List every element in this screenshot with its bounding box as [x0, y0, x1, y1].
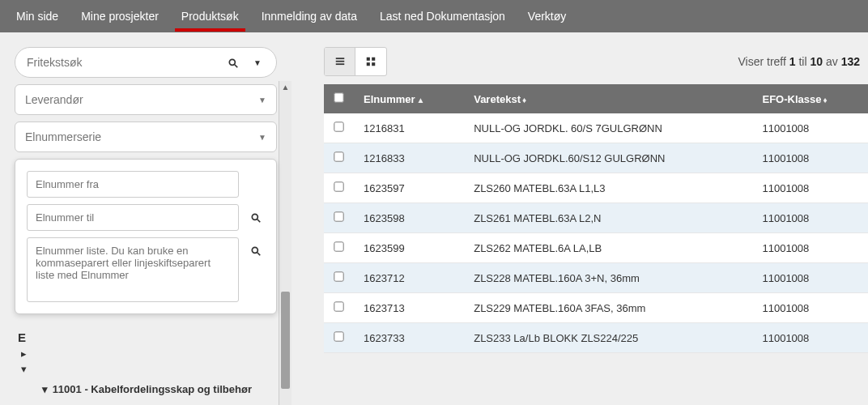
cell-elnummer: 1623598: [354, 203, 464, 233]
col-efo-klasse[interactable]: EFO-Klasse♦: [752, 84, 868, 113]
row-checkbox[interactable]: [334, 181, 343, 191]
elnumber-to-input[interactable]: [27, 204, 239, 231]
grid-view-button[interactable]: [355, 48, 386, 75]
svg-line-1: [235, 65, 238, 68]
cell-efo: 11001008: [752, 263, 868, 293]
table-row[interactable]: 1216833NULL-OG JORDKL.60/S12 GULGRØNN110…: [324, 143, 868, 173]
cell-elnummer: 1216833: [354, 143, 464, 173]
svg-rect-8: [335, 63, 344, 65]
nav-item-innmelding-av-data[interactable]: Innmelding av data: [262, 2, 357, 31]
row-checkbox[interactable]: [334, 122, 343, 131]
row-checkbox[interactable]: [334, 151, 343, 161]
svg-rect-10: [372, 58, 375, 61]
cell-elnummer: 1623712: [354, 263, 464, 293]
cell-efo: 11001008: [752, 203, 868, 233]
table-row[interactable]: 1623712ZLS228 MATEBL.160A 3+N, 36mm11001…: [324, 263, 868, 293]
search-icon[interactable]: [221, 56, 245, 69]
chevron-down-icon[interactable]: ▾: [21, 363, 31, 375]
cell-efo: 11001008: [752, 113, 868, 143]
cell-varetekst: NULL-OG JORDKL.60/S12 GULGRØNN: [464, 143, 752, 173]
cell-efo: 11001008: [752, 293, 868, 323]
nav-item-mine-prosjekter[interactable]: Mine prosjekter: [81, 2, 159, 31]
table-row[interactable]: 1623733ZLS233 La/Lb BLOKK ZLS224/2251100…: [324, 323, 868, 353]
caret-down-icon: ▼: [258, 96, 266, 104]
row-checkbox[interactable]: [334, 241, 343, 251]
row-checkbox[interactable]: [334, 331, 343, 341]
view-toggle: [324, 47, 387, 76]
svg-rect-11: [367, 62, 370, 66]
nav-item-last-ned-dokumentasjon[interactable]: Last ned Dokumentasjon: [380, 2, 505, 31]
cell-efo: 11001008: [752, 323, 868, 353]
results-table: Elnummer▲ Varetekst♦ EFO-Klasse♦ 1216831…: [324, 84, 868, 353]
table-row[interactable]: 1623713ZLS229 MATEBL.160A 3FAS, 36mm1100…: [324, 293, 868, 323]
cell-varetekst: ZLS229 MATEBL.160A 3FAS, 36mm: [464, 293, 752, 323]
elnumber-series-select[interactable]: Elnummerserie ▼: [15, 122, 277, 152]
nav-item-produktsøk[interactable]: Produktsøk: [181, 2, 239, 31]
table-row[interactable]: 1216831NULL-OG JORDKL. 60/S 7GULGRØNN110…: [324, 113, 868, 143]
cell-efo: 11001008: [752, 233, 868, 263]
chevron-down-icon: ▾: [40, 383, 49, 395]
cell-varetekst: ZLS261 MATEBL.63A L2,N: [464, 203, 752, 233]
cell-varetekst: ZLS260 MATEBL.63A L1,L3: [464, 173, 752, 203]
svg-point-2: [252, 215, 257, 220]
svg-point-0: [229, 59, 235, 65]
elnumber-from-input[interactable]: [27, 171, 239, 198]
cell-varetekst: ZLS228 MATEBL.160A 3+N, 36mm: [464, 263, 752, 293]
freetext-search-wrap: ▼: [15, 47, 277, 78]
search-icon[interactable]: [247, 237, 265, 257]
elnumber-series-placeholder: Elnummerserie: [25, 130, 101, 143]
scroll-up-icon[interactable]: ▲: [279, 83, 291, 92]
cell-elnummer: 1623733: [354, 323, 464, 353]
caret-down-icon: ▼: [258, 133, 266, 142]
filter-panel: ▼ Leverandør ▼ Elnummerserie ▼: [0, 32, 291, 405]
tree-parent-node[interactable]: ▾ 11001 - Kabelfordelingsskap og tilbehø…: [15, 378, 277, 400]
nav-item-min-side[interactable]: Min side: [16, 2, 58, 31]
supplier-select[interactable]: Leverandør ▼: [15, 84, 277, 115]
sort-icon: ♦: [823, 96, 827, 104]
sort-icon: ♦: [522, 96, 526, 104]
sort-asc-icon: ▲: [417, 96, 425, 104]
nav-item-verktøy[interactable]: Verktøy: [528, 2, 566, 31]
table-row[interactable]: 1623599ZLS262 MATEBL.6A LA,LB11001008: [324, 233, 868, 263]
table-row[interactable]: 1623598ZLS261 MATEBL.63A L2,N11001008: [324, 203, 868, 233]
freetext-search-input[interactable]: [27, 56, 221, 69]
search-icon[interactable]: [247, 204, 265, 224]
table-row[interactable]: 1623597ZLS260 MATEBL.63A L1,L311001008: [324, 173, 868, 203]
supplier-placeholder: Leverandør: [25, 93, 83, 106]
category-tree: E ▸ ▾ ▾ 11001 - Kabelfordelingsskap og t…: [15, 330, 277, 405]
tree-letter-marker: E: [15, 330, 277, 344]
results-count: Viser treff 1 til 10 av 132: [738, 55, 860, 68]
svg-rect-9: [367, 58, 370, 61]
svg-rect-7: [335, 61, 344, 62]
cell-varetekst: ZLS233 La/Lb BLOKK ZLS224/225: [464, 323, 752, 353]
cell-elnummer: 1623599: [354, 233, 464, 263]
elnumber-list-textarea[interactable]: [27, 237, 239, 302]
cell-efo: 11001008: [752, 173, 868, 203]
col-varetekst[interactable]: Varetekst♦: [464, 84, 752, 113]
cell-elnummer: 1623713: [354, 293, 464, 323]
elnumber-dropdown-panel: [15, 159, 277, 314]
left-scrollbar[interactable]: ▲ ▼: [279, 81, 291, 405]
cell-elnummer: 1623597: [354, 173, 464, 203]
top-nav: Min sideMine prosjekterProduktsøkInnmeld…: [0, 0, 868, 32]
caret-down-icon[interactable]: ▼: [245, 58, 270, 67]
scroll-thumb[interactable]: [281, 292, 290, 389]
cell-varetekst: NULL-OG JORDKL. 60/S 7GULGRØNN: [464, 113, 752, 143]
svg-rect-12: [372, 62, 375, 66]
list-view-button[interactable]: [325, 48, 355, 75]
chevron-right-icon[interactable]: ▸: [21, 347, 31, 360]
cell-elnummer: 1216831: [354, 113, 464, 143]
cell-varetekst: ZLS262 MATEBL.6A LA,LB: [464, 233, 752, 263]
col-elnummer[interactable]: Elnummer▲: [354, 84, 464, 113]
select-all-checkbox[interactable]: [334, 92, 343, 102]
tree-child-node[interactable]: 11001001 - Beskyttelsesdeksel for skinne…: [15, 400, 277, 405]
svg-line-5: [257, 253, 261, 256]
cell-efo: 11001008: [752, 143, 868, 173]
results-panel: Viser treff 1 til 10 av 132 Elnummer▲ Va…: [291, 32, 868, 405]
row-checkbox[interactable]: [334, 301, 343, 311]
row-checkbox[interactable]: [334, 211, 343, 221]
svg-point-4: [252, 248, 257, 254]
row-checkbox[interactable]: [334, 271, 343, 281]
svg-line-3: [257, 220, 261, 223]
svg-rect-6: [335, 58, 344, 59]
